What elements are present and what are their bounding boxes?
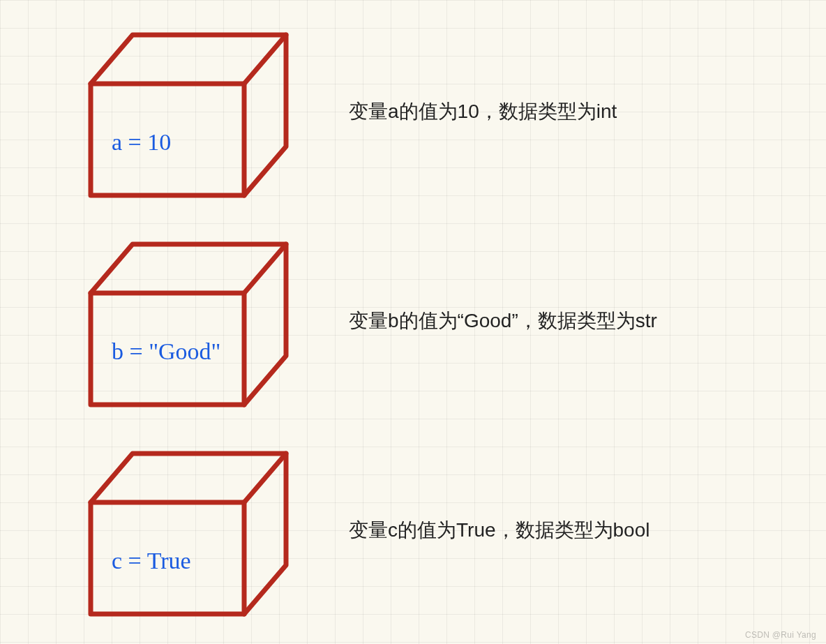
variable-description: 变量b的值为“Good”，数据类型为str: [349, 308, 657, 334]
variable-handwriting: a = 10: [112, 129, 171, 156]
variable-row: a = 10 变量a的值为10，数据类型为int: [0, 7, 826, 216]
variable-description: 变量a的值为10，数据类型为int: [349, 98, 617, 125]
cube-icon: [70, 440, 293, 621]
cube-icon: [70, 230, 293, 412]
variable-box-a: a = 10: [70, 21, 293, 202]
variable-box-b: b = "Good": [70, 230, 293, 412]
watermark-text: CSDN @Rui Yang: [745, 630, 816, 640]
variable-row: b = "Good" 变量b的值为“Good”，数据类型为str: [0, 216, 826, 426]
variable-description: 变量c的值为True，数据类型为bool: [349, 517, 649, 544]
variable-box-c: c = True: [70, 440, 293, 621]
variable-handwriting: b = "Good": [112, 338, 221, 365]
variable-row: c = True 变量c的值为True，数据类型为bool: [0, 426, 826, 635]
cube-icon: [70, 21, 293, 202]
variable-handwriting: c = True: [112, 548, 191, 574]
